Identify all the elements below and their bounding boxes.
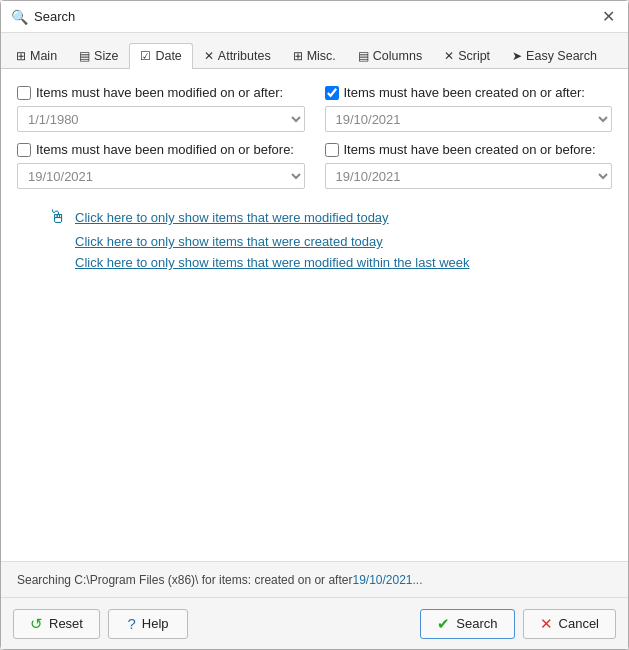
tab-easy-search-label: Easy Search [526, 49, 597, 63]
status-prefix: Searching C:\Program Files (x86)\ for it… [17, 573, 352, 587]
link-modified-today[interactable]: Click here to only show items that were … [75, 210, 389, 225]
tab-date[interactable]: ☑ Date [129, 43, 192, 69]
modified-after-checkbox[interactable] [17, 86, 31, 100]
search-button[interactable]: ✔ Search [420, 609, 514, 639]
quick-links-section: 🖱 Click here to only show items that wer… [17, 207, 612, 270]
modified-after-date[interactable]: 1/1/1980 [17, 106, 305, 132]
cancel-label: Cancel [559, 616, 599, 631]
title-bar: 🔍 Search ✕ [1, 1, 628, 33]
modified-before-date[interactable]: 19/10/2021 [17, 163, 305, 189]
search-icon: ✔ [437, 615, 450, 633]
tab-size-label: Size [94, 49, 118, 63]
col-modified-after: Items must have been modified on or afte… [17, 85, 305, 132]
quick-link-row-0: 🖱 Click here to only show items that wer… [49, 207, 612, 228]
tab-misc-icon: ⊞ [293, 49, 303, 63]
reset-icon: ↺ [30, 615, 43, 633]
tab-attributes-label: Attributes [218, 49, 271, 63]
window-icon: 🔍 [11, 9, 28, 25]
tab-date-label: Date [155, 49, 181, 63]
status-highlight: 19/10/2021... [352, 573, 422, 587]
date-tab-content: Items must have been modified on or afte… [1, 69, 628, 561]
link-modified-week[interactable]: Click here to only show items that were … [75, 255, 470, 270]
tab-main-icon: ⊞ [16, 49, 26, 63]
created-after-date[interactable]: 19/10/2021 [325, 106, 613, 132]
tab-script-label: Script [458, 49, 490, 63]
tab-easy-search[interactable]: ➤ Easy Search [501, 43, 608, 69]
created-after-label[interactable]: Items must have been created on or after… [325, 85, 613, 100]
help-button[interactable]: ? Help [108, 609, 188, 639]
created-before-date[interactable]: 19/10/2021 [325, 163, 613, 189]
status-bar: Searching C:\Program Files (x86)\ for it… [1, 561, 628, 597]
modified-before-checkbox[interactable] [17, 143, 31, 157]
modified-after-label[interactable]: Items must have been modified on or afte… [17, 85, 305, 100]
search-label: Search [456, 616, 497, 631]
tab-columns-icon: ▤ [358, 49, 369, 63]
cancel-icon: ✕ [540, 615, 553, 633]
tab-easy-search-icon: ➤ [512, 49, 522, 63]
modified-after-text: Items must have been modified on or afte… [36, 85, 283, 100]
tab-size[interactable]: ▤ Size [68, 43, 129, 69]
tab-date-icon: ☑ [140, 49, 151, 63]
modified-before-label[interactable]: Items must have been modified on or befo… [17, 142, 305, 157]
cancel-button[interactable]: ✕ Cancel [523, 609, 616, 639]
modified-before-text: Items must have been modified on or befo… [36, 142, 294, 157]
footer: ↺ Reset ? Help ✔ Search ✕ Cancel [1, 597, 628, 649]
title-bar-left: 🔍 Search [11, 9, 75, 25]
tab-attributes[interactable]: ✕ Attributes [193, 43, 282, 69]
created-after-checkbox[interactable] [325, 86, 339, 100]
reset-button[interactable]: ↺ Reset [13, 609, 100, 639]
footer-left: ↺ Reset ? Help [13, 609, 188, 639]
tab-misc[interactable]: ⊞ Misc. [282, 43, 347, 69]
close-button[interactable]: ✕ [598, 7, 618, 27]
link-created-today[interactable]: Click here to only show items that were … [75, 234, 383, 249]
tab-script[interactable]: ✕ Script [433, 43, 501, 69]
created-before-checkbox[interactable] [325, 143, 339, 157]
window-title: Search [34, 9, 75, 24]
col-created-before: Items must have been created on or befor… [325, 142, 613, 189]
tab-main[interactable]: ⊞ Main [5, 43, 68, 69]
tab-misc-label: Misc. [307, 49, 336, 63]
help-label: Help [142, 616, 169, 631]
reset-label: Reset [49, 616, 83, 631]
quick-link-row-2: Click here to only show items that were … [49, 255, 612, 270]
col-created-after: Items must have been created on or after… [325, 85, 613, 132]
tab-size-icon: ▤ [79, 49, 90, 63]
help-icon: ? [127, 615, 135, 632]
tab-script-icon: ✕ [444, 49, 454, 63]
quick-link-row-1: Click here to only show items that were … [49, 234, 612, 249]
created-after-text: Items must have been created on or after… [344, 85, 585, 100]
row-before: Items must have been modified on or befo… [17, 142, 612, 189]
tab-columns[interactable]: ▤ Columns [347, 43, 433, 69]
footer-right: ✔ Search ✕ Cancel [420, 609, 616, 639]
created-before-label[interactable]: Items must have been created on or befor… [325, 142, 613, 157]
link-icon-0: 🖱 [49, 207, 67, 228]
tab-columns-label: Columns [373, 49, 422, 63]
tab-attributes-icon: ✕ [204, 49, 214, 63]
row-after: Items must have been modified on or afte… [17, 85, 612, 132]
created-before-text: Items must have been created on or befor… [344, 142, 596, 157]
search-window: 🔍 Search ✕ ⊞ Main ▤ Size ☑ Date ✕ Attrib… [0, 0, 629, 650]
col-modified-before: Items must have been modified on or befo… [17, 142, 305, 189]
tab-main-label: Main [30, 49, 57, 63]
tab-bar: ⊞ Main ▤ Size ☑ Date ✕ Attributes ⊞ Misc… [1, 33, 628, 69]
